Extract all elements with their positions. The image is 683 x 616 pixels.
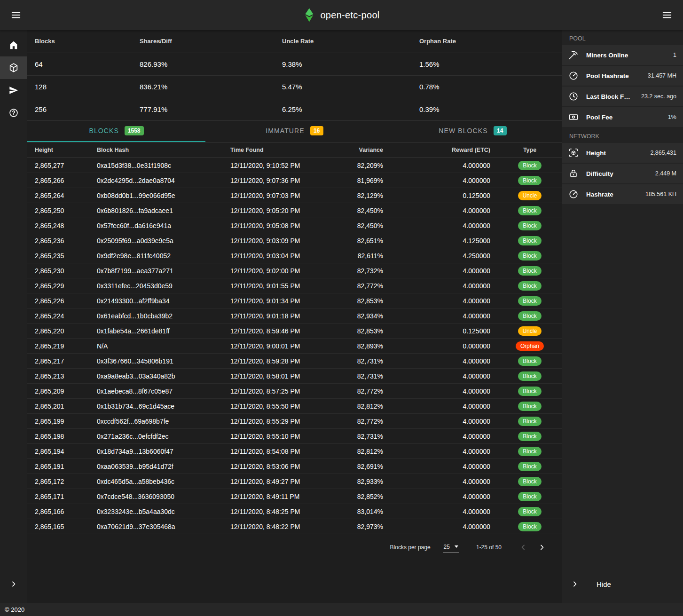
block-row: 2,865,199 0xccdf562f...69a698b7fe 12/11/…	[27, 414, 562, 429]
footer: © 2020	[0, 603, 683, 616]
payments-send-icon	[8, 85, 19, 95]
help-icon	[8, 108, 19, 118]
cell-reward: 4.000000	[391, 399, 498, 414]
chevron-right-icon	[570, 579, 580, 589]
type-badge: Block	[518, 251, 541, 261]
nav-home[interactable]	[0, 34, 27, 56]
cell-time: 12/11/2020, 9:05:08 PM	[223, 218, 305, 233]
cell-reward: 4.250000	[391, 248, 498, 263]
cell-time: 12/11/2020, 8:57:25 PM	[223, 384, 305, 399]
cell-time: 12/11/2020, 8:59:46 PM	[223, 324, 305, 339]
cell-type: Block	[498, 308, 562, 324]
tab-blocks[interactable]: BLOCKS 1558	[27, 121, 205, 142]
right-menu-button[interactable]	[656, 4, 678, 26]
stats-cell: 64	[27, 53, 132, 75]
stats-cell: 777.91%	[132, 98, 275, 120]
cell-type: Block	[498, 429, 562, 444]
stats-cell: 9.38%	[275, 53, 412, 75]
cell-reward: 4.000000	[391, 308, 498, 324]
cell-hash: N/A	[89, 339, 223, 354]
block-row: 2,865,209 0x1aebeca8...8f67c05e87 12/11/…	[27, 384, 562, 399]
cell-reward: 4.000000	[391, 293, 498, 308]
stats-cell: 826.93%	[132, 53, 275, 75]
cell-height: 2,865,266	[27, 173, 89, 188]
type-badge: Block	[518, 371, 541, 381]
cell-type: Block	[498, 158, 562, 173]
cell-variance: 82,772%	[305, 384, 391, 399]
cell-reward: 4.000000	[391, 444, 498, 459]
per-page-select[interactable]: 25	[443, 543, 459, 553]
cell-reward: 4.000000	[391, 218, 498, 233]
nav-blocks[interactable]	[0, 56, 27, 79]
cell-hash: 0x2dc4295d...2dae0a8704	[89, 173, 223, 188]
cell-type: Block	[498, 489, 562, 504]
type-badge: Block	[518, 507, 541, 516]
cell-type: Orphan	[498, 339, 562, 354]
stat-label: Pool Hashrate	[586, 72, 640, 79]
col-header-height: Height	[27, 142, 89, 158]
stats-cell: 256	[27, 98, 132, 120]
tab-immature[interactable]: IMMATURE 16	[205, 121, 384, 142]
cell-type: Block	[498, 248, 562, 263]
prev-page-button[interactable]	[514, 538, 533, 557]
chevron-right-icon	[9, 579, 18, 589]
hamburger-icon	[662, 10, 672, 20]
block-row: 2,865,191 0xaa063539...b95d41d72f 12/11/…	[27, 459, 562, 474]
cell-height: 2,865,235	[27, 248, 89, 263]
type-badge: Block	[518, 522, 541, 531]
cell-reward: 4.000000	[391, 203, 498, 218]
stat-value: 2,865,431	[650, 150, 676, 156]
rail-expand-button[interactable]	[0, 573, 27, 595]
type-badge: Block	[518, 402, 541, 411]
cell-height: 2,865,199	[27, 414, 89, 429]
cell-height: 2,865,201	[27, 399, 89, 414]
cell-variance: 82,209%	[305, 158, 391, 173]
tab-new-blocks[interactable]: NEW BLOCKS 14	[384, 121, 562, 142]
stat-value: 1%	[668, 114, 676, 120]
next-page-button[interactable]	[533, 538, 551, 557]
cell-time: 12/11/2020, 8:49:27 PM	[223, 474, 305, 489]
col-header-hash: Block Hash	[89, 142, 223, 158]
cell-height: 2,865,224	[27, 308, 89, 324]
cell-height: 2,865,229	[27, 278, 89, 293]
stats-header-shares: Shares/Diff	[132, 30, 275, 53]
cell-hash: 0x57fec60f...da616e941a	[89, 218, 223, 233]
cell-height: 2,865,165	[27, 519, 89, 534]
cell-variance: 82,853%	[305, 293, 391, 308]
stats-cell: 5.47%	[275, 75, 412, 98]
cell-variance: 82,731%	[305, 354, 391, 369]
app-brand[interactable]: open-etc-pool	[303, 0, 379, 30]
cell-height: 2,865,226	[27, 293, 89, 308]
cell-time: 12/11/2020, 8:58:01 PM	[223, 369, 305, 384]
cell-variance: 82,812%	[305, 399, 391, 414]
left-menu-button[interactable]	[5, 4, 27, 26]
stat-label: Miners Online	[586, 52, 666, 59]
cell-hash: 0x25095f69...a0d39e9e5a	[89, 233, 223, 248]
type-badge: Block	[518, 281, 541, 291]
hamburger-icon	[11, 10, 21, 20]
cell-time: 12/11/2020, 8:59:28 PM	[223, 354, 305, 369]
nav-help[interactable]	[0, 102, 27, 124]
cell-reward: 0.000000	[391, 339, 498, 354]
stats-cell: 1.56%	[412, 53, 562, 75]
block-row: 2,865,250 0x6b801826...fa9adcaee1 12/11/…	[27, 203, 562, 218]
cell-hash: 0x61eabfcd...1b0cba39b2	[89, 308, 223, 324]
cell-type: Block	[498, 173, 562, 188]
stats-cell: 0.78%	[412, 75, 562, 98]
cell-time: 12/11/2020, 8:54:08 PM	[223, 444, 305, 459]
cell-reward: 4.000000	[391, 278, 498, 293]
col-header-type: Type	[498, 142, 562, 158]
cell-height: 2,865,264	[27, 188, 89, 203]
stat-pool-fee: Pool Fee 1%	[562, 107, 683, 127]
block-row: 2,865,277 0xa15d3f38...0e31f1908c 12/11/…	[27, 158, 562, 173]
hide-label: Hide	[597, 580, 611, 588]
cell-hash: 0xa15d3f38...0e31f1908c	[89, 158, 223, 173]
nav-payments[interactable]	[0, 79, 27, 102]
cell-reward: 4.000000	[391, 519, 498, 534]
type-badge: Block	[518, 221, 541, 230]
cell-variance: 82,852%	[305, 489, 391, 504]
network-section-label: NETWORK	[562, 128, 683, 143]
cell-type: Block	[498, 444, 562, 459]
drawer-hide-button[interactable]: Hide	[562, 573, 683, 595]
cell-height: 2,865,250	[27, 203, 89, 218]
